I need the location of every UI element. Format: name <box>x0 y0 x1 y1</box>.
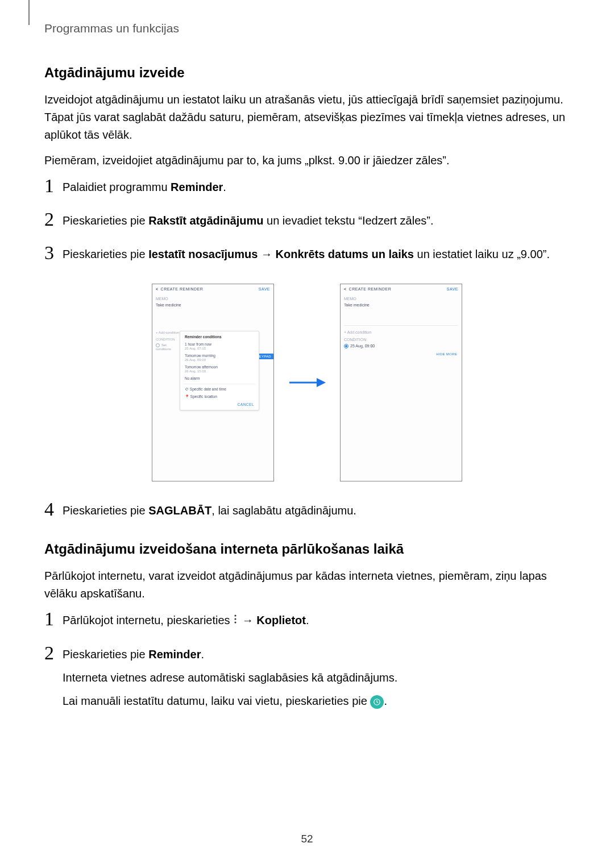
step-3: 3 Pieskarieties pie Iestatīt nosacījumus… <box>44 246 570 269</box>
top-divider <box>28 0 30 25</box>
sec2-step1-a: Pārlūkojot internetu, pieskarieties <box>63 614 233 626</box>
popup-title: Reminder conditions <box>185 335 254 339</box>
popup-cancel: CANCEL <box>185 402 254 406</box>
step-number: 2 <box>44 210 63 229</box>
mock-left-side-add: + Add condition <box>156 331 181 334</box>
mock-right-memo-text: Take medicine <box>344 303 458 307</box>
section1-title: Atgādinājumu izveide <box>44 65 570 81</box>
page-header: Programmas un funkcijas <box>44 22 570 35</box>
step4-text-c: , lai saglabātu atgādinājumu. <box>211 504 356 517</box>
popup-opt1-sub: 25 Aug, 07:15 <box>185 347 206 350</box>
step1-text-c: . <box>223 181 226 193</box>
figure-row: <CREATE REMINDER SAVE MEMO Take medicine… <box>44 284 570 481</box>
popup-opt2: Tomorrow morning <box>185 354 215 358</box>
section1-p1: Izveidojot atgādinājumu un iestatot laik… <box>44 91 570 144</box>
step-number: 4 <box>44 500 63 519</box>
mock-left-title: CREATE REMINDER <box>161 287 204 291</box>
mockup-right: <CREATE REMINDER SAVE MEMO Take medicine… <box>340 284 462 481</box>
step3-text-d: Konkrēts datums un laiks <box>276 248 414 260</box>
step-4: 4 Pieskarieties pie SAGLABĀT, lai saglab… <box>44 502 570 525</box>
section1-p2: Piemēram, izveidojiet atgādinājumu par t… <box>44 152 570 169</box>
step-number: 2 <box>44 643 63 663</box>
popup-opt1: 1 hour from now <box>185 342 211 346</box>
sec2-step2-p2: Interneta vietnes adrese automātiski sag… <box>63 669 570 687</box>
step-1: 1 Palaidiet programmu Reminder. <box>44 178 570 202</box>
mock-left-side-cond-label: CONDITION <box>156 338 181 341</box>
popup-opt4: No alarm <box>185 376 254 380</box>
back-icon: < <box>156 287 159 291</box>
arrow-icon <box>284 375 330 390</box>
mock-left-save: SAVE <box>259 287 270 291</box>
popup-opt2-sub: 26 Aug, 09:00 <box>185 358 206 362</box>
mock-left-memo-text: Take medicine <box>156 303 270 307</box>
step3-text-a: Pieskarieties pie <box>63 248 148 260</box>
svg-point-3 <box>235 618 237 620</box>
step-2: 2 Pieskarieties pie Rakstīt atgādinājumu… <box>44 212 570 235</box>
mock-right-set-date: 25 Aug, 09:00 <box>350 344 375 348</box>
mock-left-popup: Reminder conditions 1 hour from now25 Au… <box>180 331 259 410</box>
more-options-icon <box>233 612 239 630</box>
sec2-step2-c: . <box>201 648 204 661</box>
popup-opt3: Tomorrow afternoon <box>185 365 218 369</box>
sec2-step-1: 1 Pārlūkojot internetu, pieskarieties → … <box>44 612 570 636</box>
section2-title: Atgādinājumu izveidošana interneta pārlū… <box>44 541 570 557</box>
mock-right-add-cond: + Add condition <box>344 330 458 334</box>
step2-text-c: un ievadiet tekstu “Iedzert zāles”. <box>263 214 433 227</box>
mock-right-cond-label: CONDITION <box>344 338 458 342</box>
step-number: 1 <box>44 609 63 629</box>
sec2-step2-a: Pieskarieties pie <box>63 648 148 661</box>
step1-text-a: Palaidiet programmu <box>63 181 171 193</box>
mock-right-more: HIDE MORE <box>436 352 457 356</box>
document-page: Programmas un funkcijas Atgādinājumu izv… <box>0 0 614 749</box>
sec2-step1-d: . <box>306 614 309 626</box>
mockup-left: <CREATE REMINDER SAVE MEMO Take medicine… <box>152 284 274 481</box>
step3-text-e: un iestatiet laiku uz „9.00”. <box>414 248 550 260</box>
svg-marker-1 <box>317 378 326 387</box>
section2-p1: Pārlūkojot internetu, varat izveidot atg… <box>44 567 570 603</box>
step4-text-b: SAGLABĀT <box>148 504 211 517</box>
step-number: 3 <box>44 243 63 263</box>
mock-left-side-col: + Add condition CONDITION Set conditions <box>152 329 183 351</box>
step3-text-b: Iestatīt nosacījumus <box>148 248 258 260</box>
step4-text-a: Pieskarieties pie <box>63 504 148 517</box>
popup-opt6: Specific location <box>190 394 217 398</box>
step3-text-c: → <box>258 248 275 260</box>
back-icon: < <box>344 287 347 291</box>
sec2-step1-b: → <box>239 614 256 626</box>
mock-right-title: CREATE REMINDER <box>349 287 392 291</box>
reminder-settings-icon <box>370 695 384 709</box>
sec2-step1-c: Koplietot <box>256 614 306 626</box>
sec2-step2-p3a: Lai manuāli iestatītu datumu, laiku vai … <box>63 695 370 707</box>
popup-opt3-sub: 26 Aug, 15:00 <box>185 369 206 373</box>
sec2-step2-b: Reminder <box>148 648 201 661</box>
svg-point-2 <box>235 615 237 617</box>
svg-point-4 <box>235 622 237 624</box>
mock-left-memo-label: MEMO <box>156 297 270 301</box>
mock-right-memo-label: MEMO <box>344 297 458 301</box>
sec2-step-2: 2 Pieskarieties pie Reminder. Interneta … <box>44 646 570 716</box>
mock-right-save: SAVE <box>447 287 458 291</box>
page-number: 52 <box>0 833 614 845</box>
step2-text-b: Rakstīt atgādinājumu <box>148 214 263 227</box>
step-number: 1 <box>44 176 63 196</box>
sec2-step2-p3b: . <box>384 695 387 707</box>
popup-opt5: Specific date and time <box>190 387 226 391</box>
step2-text-a: Pieskarieties pie <box>63 214 148 227</box>
step1-text-b: Reminder <box>171 181 223 193</box>
